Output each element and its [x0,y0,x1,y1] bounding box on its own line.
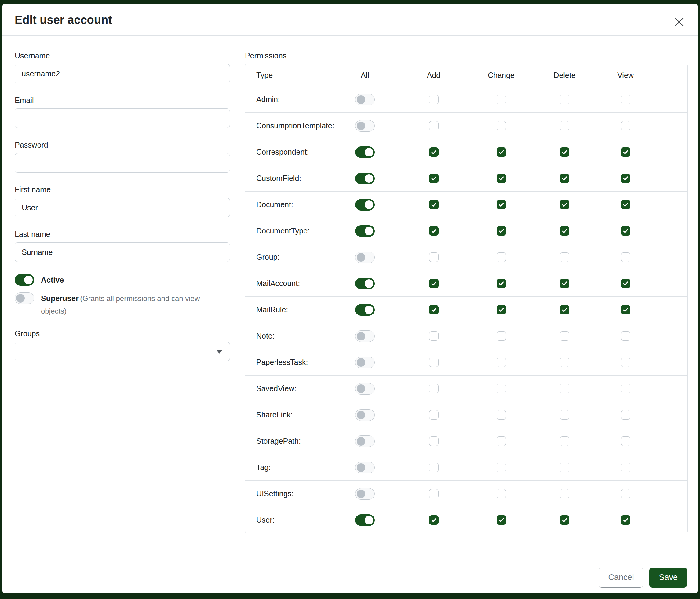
permission-all-toggle[interactable] [355,120,375,132]
permission-delete-checkbox[interactable] [560,121,569,130]
permission-delete-checkbox[interactable] [560,489,569,499]
permission-delete-checkbox[interactable] [560,358,569,367]
password-field[interactable] [15,153,230,173]
permission-change-checkbox[interactable] [497,121,506,130]
permission-change-checkbox[interactable] [497,384,506,393]
groups-select[interactable] [15,342,230,361]
permission-delete-checkbox[interactable] [560,384,569,393]
permission-all-toggle[interactable] [355,304,375,316]
permission-delete-checkbox[interactable] [560,410,569,420]
permission-add-checkbox[interactable] [429,358,439,367]
permission-all-toggle[interactable] [355,94,375,105]
permission-add-checkbox[interactable] [429,279,439,288]
permission-all-toggle[interactable] [355,173,375,184]
permission-add-checkbox[interactable] [429,226,439,236]
permission-view-checkbox[interactable] [621,331,630,341]
superuser-toggle[interactable] [15,292,34,304]
permission-delete-checkbox[interactable] [560,174,569,183]
permission-all-toggle[interactable] [355,278,375,289]
save-button[interactable]: Save [649,568,687,588]
permission-delete-checkbox[interactable] [560,253,569,262]
permission-add-checkbox[interactable] [429,489,439,499]
permission-change-checkbox[interactable] [497,515,506,525]
email-field[interactable] [15,109,230,128]
permission-change-checkbox[interactable] [497,147,506,157]
permission-change-checkbox[interactable] [497,410,506,420]
permission-all-toggle[interactable] [355,251,375,263]
permission-view-checkbox[interactable] [621,436,630,446]
check-icon [561,517,568,523]
permission-add-checkbox[interactable] [429,305,439,314]
permission-change-checkbox[interactable] [497,253,506,262]
permission-view-checkbox[interactable] [621,384,630,393]
permission-view-checkbox[interactable] [621,489,630,499]
permission-view-checkbox[interactable] [621,226,630,236]
permission-change-checkbox[interactable] [497,436,506,446]
permission-all-toggle[interactable] [355,488,375,500]
close-button[interactable] [673,15,686,29]
active-toggle[interactable] [15,274,34,286]
username-input[interactable] [15,64,230,83]
permission-view-checkbox[interactable] [621,121,630,130]
permission-add-checkbox[interactable] [429,200,439,209]
permission-add-checkbox[interactable] [429,121,439,130]
permission-add-checkbox[interactable] [429,436,439,446]
permission-add-checkbox[interactable] [429,463,439,472]
permission-all-toggle[interactable] [355,357,375,368]
permission-all-toggle[interactable] [355,462,375,473]
permission-change-checkbox[interactable] [497,463,506,472]
permission-change-checkbox[interactable] [497,489,506,499]
permission-all-toggle[interactable] [355,409,375,421]
permission-change-checkbox[interactable] [497,226,506,236]
permission-delete-checkbox[interactable] [560,436,569,446]
permission-all-toggle[interactable] [355,383,375,394]
permission-delete-checkbox[interactable] [560,147,569,157]
first-name-field[interactable] [15,198,230,217]
permission-change-checkbox[interactable] [497,200,506,209]
permission-delete-checkbox[interactable] [560,515,569,525]
permission-add-checkbox[interactable] [429,384,439,393]
permission-change-checkbox[interactable] [497,279,506,288]
permission-all-toggle[interactable] [355,330,375,342]
permission-change-checkbox[interactable] [497,358,506,367]
last-name-field[interactable] [15,242,230,262]
permission-change-checkbox[interactable] [497,331,506,341]
permission-view-checkbox[interactable] [621,463,630,472]
permission-view-checkbox[interactable] [621,358,630,367]
cancel-button[interactable]: Cancel [599,568,643,588]
permission-view-checkbox[interactable] [621,410,630,420]
permission-type-label: MailAccount: [245,279,331,288]
permission-view-checkbox[interactable] [621,147,630,157]
permission-view-checkbox[interactable] [621,95,630,104]
permission-all-toggle[interactable] [355,146,375,158]
permission-view-checkbox[interactable] [621,253,630,262]
permission-delete-checkbox[interactable] [560,200,569,209]
permission-all-toggle[interactable] [355,225,375,237]
permission-all-toggle[interactable] [355,514,375,526]
permission-change-checkbox[interactable] [497,305,506,314]
permission-add-checkbox[interactable] [429,515,439,525]
permission-delete-checkbox[interactable] [560,463,569,472]
permission-delete-checkbox[interactable] [560,279,569,288]
permission-view-checkbox[interactable] [621,174,630,183]
permission-delete-checkbox[interactable] [560,331,569,341]
permission-all-toggle[interactable] [355,435,375,447]
password-group: Password [15,140,230,173]
permission-add-checkbox[interactable] [429,331,439,341]
permission-row: Group: [245,244,688,270]
permission-all-toggle[interactable] [355,199,375,211]
permission-add-checkbox[interactable] [429,95,439,104]
permission-add-checkbox[interactable] [429,174,439,183]
permission-delete-checkbox[interactable] [560,226,569,236]
permission-add-checkbox[interactable] [429,253,439,262]
permission-change-checkbox[interactable] [497,174,506,183]
permission-change-checkbox[interactable] [497,95,506,104]
permission-add-checkbox[interactable] [429,147,439,157]
permission-delete-checkbox[interactable] [560,95,569,104]
permission-view-checkbox[interactable] [621,515,630,525]
permission-delete-checkbox[interactable] [560,305,569,314]
permission-view-checkbox[interactable] [621,200,630,209]
permission-view-checkbox[interactable] [621,279,630,288]
permission-add-checkbox[interactable] [429,410,439,420]
permission-view-checkbox[interactable] [621,305,630,314]
